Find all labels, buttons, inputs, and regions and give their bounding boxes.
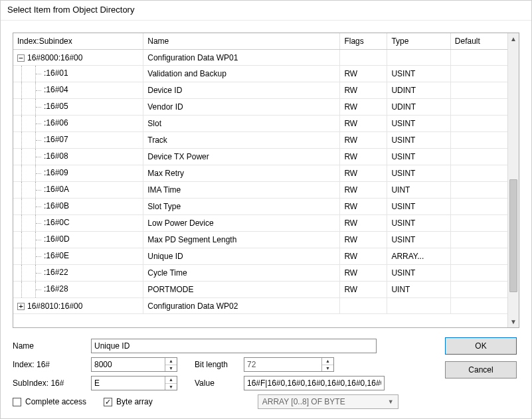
cell-type: USINT [387,116,450,132]
tree-child-index[interactable]: :16#07 [13,132,143,149]
tree-child-index[interactable]: :16#09 [13,165,143,182]
spinner-down-icon[interactable]: ▼ [165,365,177,372]
cell-flags: RW [340,248,387,265]
byte-array-checkbox[interactable]: ✓ Byte array [104,397,153,406]
col-name[interactable]: Name [143,33,340,50]
cell-default [450,165,507,182]
cell-default [450,149,507,165]
tree-group-row[interactable]: +16#8010:16#00Configuration Data WP02 [13,298,507,314]
complete-access-checkbox[interactable]: Complete access [13,397,86,406]
bitlength-spinner[interactable]: ▲ ▼ [244,357,334,372]
tree-root-row[interactable]: −16#8000:16#00Configuration Data WP01 [13,50,507,66]
subindex-input[interactable] [92,377,165,390]
tree-child-row[interactable]: :16#01Validation and BackupRWUSINT [13,66,507,82]
spinner-up-icon[interactable]: ▲ [322,358,333,365]
dialog-window: Select Item from Object Directory Index:… [0,0,532,419]
index-spinner[interactable]: ▲ ▼ [91,357,177,372]
tree-child-index[interactable]: :16#0D [13,232,143,248]
spinner-down-icon[interactable]: ▼ [165,384,177,390]
tree-child-index[interactable]: :16#0C [13,215,143,232]
cell-flags: RW [340,149,387,165]
spinner-up-icon[interactable]: ▲ [165,358,177,365]
cell-default [450,82,507,99]
tree-child-index[interactable]: :16#22 [13,265,143,282]
tree-root-name: Configuration Data WP01 [143,50,340,66]
col-default[interactable]: Default [450,33,507,50]
bitlength-input[interactable] [244,358,321,371]
cell-default [450,265,507,282]
dialog-content: Index:Subindex Name Flags Type Default −… [1,21,531,418]
tree-child-row[interactable]: :16#28PORTMODERWUINT [13,282,507,298]
byte-array-label: Byte array [116,397,153,406]
tree-child-row[interactable]: :16#0DMax PD Segment LengthRWUSINT [13,232,507,248]
cell-flags: RW [340,82,387,99]
tree-child-row[interactable]: :16#05Vendor IDRWUDINT [13,99,507,116]
cell-type [387,298,450,314]
cell-flags: RW [340,199,387,215]
tree-child-row[interactable]: :16#0CLow Power DeviceRWUSINT [13,215,507,232]
object-tree-table: Index:Subindex Name Flags Type Default −… [13,33,507,314]
tree-child-index[interactable]: :16#0E [13,248,143,265]
cell-default [450,248,507,265]
cell-type: USINT [387,132,450,149]
tree-child-index[interactable]: :16#0A [13,182,143,199]
value-field[interactable] [244,376,385,390]
label-index: Index: 16# [13,360,86,369]
tree-child-row[interactable]: :16#0AIMA TimeRWUINT [13,182,507,199]
cell-default [450,232,507,248]
complete-access-label: Complete access [25,397,86,406]
cell-flags: RW [340,132,387,149]
tree-child-row[interactable]: :16#06SlotRWUSINT [13,116,507,132]
tree-child-row[interactable]: :16#0BSlot TypeRWUSINT [13,199,507,215]
tree-child-index[interactable]: :16#28 [13,282,143,298]
spinner-up-icon[interactable]: ▲ [165,377,177,384]
spinner-down-icon[interactable]: ▼ [322,365,333,372]
cell-flags: RW [340,232,387,248]
index-input[interactable] [92,358,165,371]
tree-child-name: Slot [143,116,340,132]
tree-child-name: Validation and Backup [143,66,340,82]
tree-child-row[interactable]: :16#22Cycle TimeRWUSINT [13,265,507,282]
tree-child-name: Slot Type [143,199,340,215]
tree-child-row[interactable]: :16#04Device IDRWUDINT [13,82,507,99]
cancel-button[interactable]: Cancel [445,361,517,378]
scroll-down-icon[interactable]: ▼ [508,316,519,327]
tree-group-index[interactable]: +16#8010:16#00 [13,298,143,314]
tree-child-row[interactable]: :16#07TrackRWUSINT [13,132,507,149]
array-type-combo[interactable]: ARRAY [0..8] OF BYTE ▼ [258,394,399,409]
cell-default [450,66,507,82]
cell-type: UDINT [387,82,450,99]
col-index[interactable]: Index:Subindex [13,33,143,50]
ok-button[interactable]: OK [445,337,517,355]
scroll-thumb[interactable] [509,179,517,292]
tree-child-index[interactable]: :16#06 [13,116,143,132]
vertical-scrollbar[interactable]: ▲ ▼ [507,33,519,327]
expand-icon[interactable]: + [17,303,25,310]
tree-child-row[interactable]: :16#08Device TX PowerRWUSINT [13,149,507,165]
cell-default [450,99,507,116]
col-flags[interactable]: Flags [340,33,387,50]
subindex-spinner[interactable]: ▲ ▼ [91,376,177,390]
tree-child-name: Device TX Power [143,149,340,165]
tree-child-index[interactable]: :16#04 [13,82,143,99]
array-type-value: ARRAY [0..8] OF BYTE [262,397,345,406]
tree-child-row[interactable]: :16#09Max RetryRWUSINT [13,165,507,182]
tree-child-row[interactable]: :16#0EUnique IDRWARRAY... [13,248,507,265]
name-field[interactable] [91,339,377,353]
cell-type: USINT [387,199,450,215]
tree-root-index[interactable]: −16#8000:16#00 [13,50,143,66]
cell-default [450,298,507,314]
tree-child-index[interactable]: :16#05 [13,99,143,116]
cell-default [450,50,507,66]
tree-child-index[interactable]: :16#01 [13,66,143,82]
tree-child-name: Max Retry [143,165,340,182]
collapse-icon[interactable]: − [17,54,25,62]
tree-child-index[interactable]: :16#08 [13,149,143,165]
cell-flags: RW [340,99,387,116]
scroll-up-icon[interactable]: ▲ [508,33,519,44]
cell-type: USINT [387,265,450,282]
col-type[interactable]: Type [387,33,450,50]
tree-child-index[interactable]: :16#0B [13,199,143,215]
cell-default [450,182,507,199]
tree-child-name: Max PD Segment Length [143,232,340,248]
